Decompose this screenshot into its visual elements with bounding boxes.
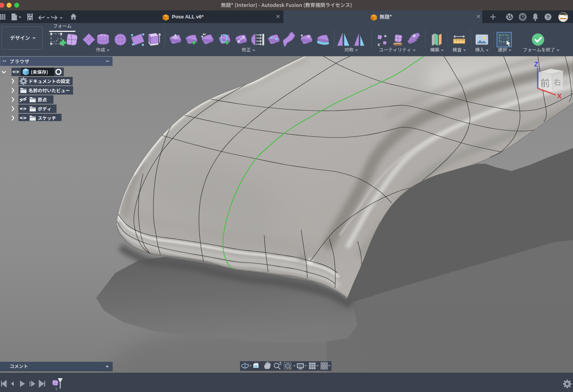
svg-text:X: X [557, 93, 562, 100]
svg-text:Z: Z [534, 61, 538, 68]
svg-text:?: ? [546, 14, 550, 20]
